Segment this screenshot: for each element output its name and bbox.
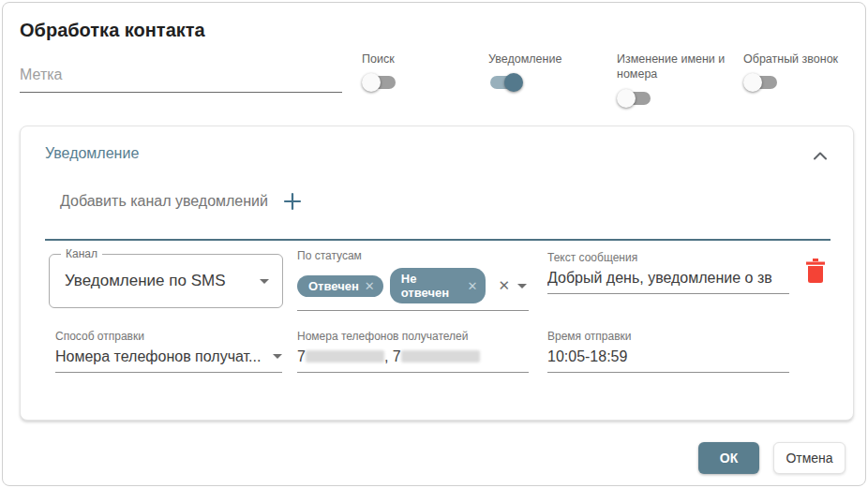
message-input[interactable]: Добрый день, уведомление о зв xyxy=(547,270,789,293)
channel-select-label: Канал xyxy=(61,247,102,260)
redacted-phone-segment xyxy=(306,350,384,362)
plus-icon[interactable] xyxy=(283,192,302,211)
statuses-field: По статусам Отвечен✕ Не отвечен✕ ✕ xyxy=(297,249,529,311)
notification-toggle[interactable] xyxy=(488,73,524,92)
name-number-change-toggle[interactable] xyxy=(617,89,652,108)
toggle-group-callback: Обратный звонок xyxy=(743,52,838,92)
toggle-knob xyxy=(743,73,762,92)
send-method-label: Способ отправки xyxy=(55,330,282,343)
callback-toggle[interactable] xyxy=(743,73,779,92)
status-chip-label: Отвечен xyxy=(308,279,359,293)
toggle-knob xyxy=(362,73,381,92)
dropdown-arrow-icon xyxy=(273,354,282,359)
channel-select[interactable]: Канал Уведомление по SMS xyxy=(49,254,283,308)
send-method-value: Номера телефонов получат... xyxy=(55,348,269,372)
page-title: Обработка контакта xyxy=(20,20,205,41)
send-time-label: Время отправки xyxy=(547,330,789,343)
chip-remove-icon[interactable]: ✕ xyxy=(468,279,478,293)
send-method-select[interactable]: Номера телефонов получат... xyxy=(55,348,282,373)
chip-remove-icon[interactable]: ✕ xyxy=(365,279,375,293)
statuses-label: По статусам xyxy=(297,249,529,262)
search-toggle[interactable] xyxy=(362,73,397,92)
dropdown-arrow-icon[interactable] xyxy=(517,284,527,288)
recipient-phones-input[interactable]: 7, 7 xyxy=(297,348,529,372)
recipient-phones-field: Номера телефонов получателей 7, 7 xyxy=(297,330,529,373)
channel-select-value: Уведомление по SMS xyxy=(65,272,226,290)
toggle-knob xyxy=(504,73,523,92)
add-channel-label: Добавить канал уведомлений xyxy=(60,193,268,210)
ok-button[interactable]: ОК xyxy=(698,442,759,474)
redacted-phone-segment xyxy=(401,350,480,362)
toggle-name-number-label: Изменение имени и номера xyxy=(617,52,727,82)
phone-part: 7 xyxy=(297,348,306,364)
message-field: Текст сообщения Добрый день, уведомление… xyxy=(547,251,789,294)
notification-panel: Уведомление Добавить канал уведомлений К… xyxy=(20,126,854,421)
send-time-input[interactable]: 10:05-18:59 xyxy=(547,348,789,372)
dropdown-arrow-icon xyxy=(260,279,269,284)
status-chip[interactable]: Отвечен✕ xyxy=(297,275,383,297)
recipient-phones-label: Номера телефонов получателей xyxy=(297,330,529,343)
phone-part: , 7 xyxy=(384,348,401,364)
statuses-combobox[interactable]: Отвечен✕ Не отвечен✕ ✕ xyxy=(297,268,529,311)
add-channel-row: Добавить канал уведомлений xyxy=(60,192,302,211)
status-chip-label: Не отвечен xyxy=(401,272,462,300)
message-label: Текст сообщения xyxy=(547,251,789,264)
chevron-up-icon[interactable] xyxy=(814,147,827,164)
send-method-field: Способ отправки Номера телефонов получат… xyxy=(55,330,282,373)
label-field-container xyxy=(20,61,342,93)
contact-processing-dialog: Обработка контакта Поиск Уведомление Изм… xyxy=(2,2,866,486)
label-input[interactable] xyxy=(20,61,342,93)
notification-panel-title: Уведомление xyxy=(45,145,139,162)
toggle-callback-label: Обратный звонок xyxy=(743,52,838,67)
toggle-group-notification: Уведомление xyxy=(488,52,561,92)
clear-icon[interactable]: ✕ xyxy=(492,277,516,294)
status-chip[interactable]: Не отвечен✕ xyxy=(390,268,486,303)
toggle-knob xyxy=(617,89,636,108)
toggle-group-search: Поиск xyxy=(362,52,397,92)
trash-icon xyxy=(804,258,827,284)
toggle-search-label: Поиск xyxy=(362,52,397,67)
toggle-notification-label: Уведомление xyxy=(488,52,561,67)
toggle-group-name-number-change: Изменение имени и номера xyxy=(617,52,727,108)
cancel-button[interactable]: Отмена xyxy=(773,442,846,474)
channel-divider xyxy=(45,239,831,241)
delete-channel-button[interactable] xyxy=(804,258,827,288)
send-time-field: Время отправки 10:05-18:59 xyxy=(547,330,789,373)
